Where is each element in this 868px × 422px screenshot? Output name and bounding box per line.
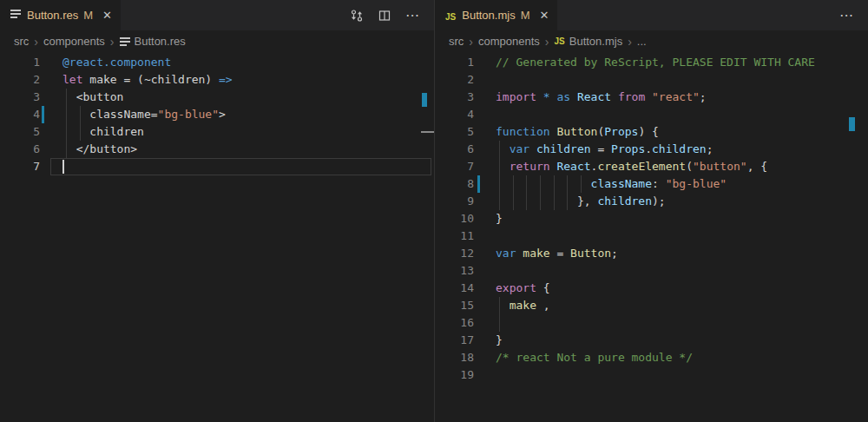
tab-bar: JS Button.mjs M ✕ ⋯ [435, 0, 868, 30]
code-token: children [597, 195, 652, 208]
code-token: var [496, 247, 523, 260]
code-token: => [219, 73, 233, 86]
code-editor[interactable]: 1// Generated by ReScript, PLEASE EDIT W… [435, 52, 868, 422]
breadcrumb-item[interactable]: ... [637, 35, 647, 48]
chevron-right-icon: › [34, 35, 38, 49]
code-token: make [510, 299, 536, 312]
code-token: Props [604, 125, 638, 138]
breadcrumb-item[interactable]: components [478, 35, 540, 48]
code-line[interactable]: 5function Button(Props) { [435, 123, 868, 141]
code-line[interactable]: 17} [435, 332, 868, 349]
modified-badge: M [521, 9, 530, 22]
line-number: 12 [435, 245, 474, 262]
code-text: function Button(Props) { [496, 123, 659, 141]
code-token: make [523, 247, 549, 260]
chevron-right-icon: › [545, 35, 549, 49]
breadcrumb-item[interactable]: components [43, 35, 105, 48]
code-token: React [556, 160, 590, 173]
breadcrumb-item[interactable]: JSButton.mjs [555, 35, 623, 48]
code-token: className= [62, 108, 158, 121]
code-line[interactable]: 6 var children = Props.children; [435, 141, 868, 158]
open-changes-icon[interactable] [350, 9, 364, 23]
code-line[interactable]: 6 </button> [0, 141, 434, 158]
code-line[interactable]: 11 [435, 227, 868, 245]
code-line[interactable]: 8 className: "bg-blue" [435, 175, 868, 193]
line-number: 3 [435, 89, 474, 106]
breadcrumb-label: src [14, 35, 29, 48]
code-line[interactable]: 2 [435, 71, 868, 89]
tab-bar: Button.res M ✕ ⋯ [0, 0, 434, 30]
code-token: from [618, 90, 652, 103]
code-line[interactable]: 4 className="bg-blue"> [0, 106, 434, 123]
overview-ruler-modified-marker [849, 117, 855, 131]
line-number: 1 [435, 54, 474, 71]
more-actions-icon[interactable]: ⋯ [839, 7, 854, 23]
code-line[interactable]: 1@react.component [0, 54, 434, 71]
code-token: . [645, 142, 652, 155]
more-actions-icon[interactable]: ⋯ [405, 7, 420, 23]
code-text: } [496, 332, 503, 349]
code-line[interactable]: 4 [435, 106, 868, 123]
code-text: children [62, 123, 144, 141]
code-line[interactable]: 18/* react Not a pure module */ [435, 349, 868, 366]
code-token: }, [496, 195, 597, 208]
code-line[interactable]: 3import * as React from "react"; [435, 89, 868, 106]
breadcrumb-label: components [43, 35, 105, 48]
code-token: React [577, 90, 618, 103]
code-line[interactable]: 5 children [0, 123, 434, 141]
code-token: children [62, 125, 144, 138]
editor-pane-left: Button.res M ✕ ⋯ src›components›Button.r… [0, 0, 434, 422]
tab-button-res[interactable]: Button.res M ✕ [0, 0, 122, 30]
code-text: export { [496, 280, 550, 297]
close-icon[interactable]: ✕ [540, 10, 549, 21]
code-line[interactable]: 7 return React.createElement("button", { [435, 158, 868, 175]
rescript-file-icon [10, 8, 21, 23]
code-token: createElement [597, 160, 686, 173]
breadcrumb-item[interactable]: Button.res [120, 35, 186, 48]
code-token: @react.component [62, 56, 171, 69]
code-token: <button [62, 90, 123, 103]
code-line[interactable]: 7 [0, 158, 434, 175]
code-line[interactable]: 12var make = Button; [435, 245, 868, 262]
code-token: children [536, 142, 591, 155]
split-editor-icon[interactable] [378, 9, 391, 23]
line-number: 15 [435, 297, 474, 314]
breadcrumb-item[interactable]: src [449, 35, 464, 48]
code-line[interactable]: 15 make , [435, 297, 868, 314]
code-text: }, children); [496, 193, 666, 210]
js-icon: JS [555, 36, 565, 46]
code-token: ); [652, 195, 666, 208]
code-line[interactable]: 16 [435, 314, 868, 332]
code-token [496, 160, 510, 173]
code-line[interactable]: 3 <button [0, 89, 434, 106]
line-number: 4 [0, 106, 40, 123]
code-editor[interactable]: 1@react.component2let make = (~children)… [0, 52, 434, 422]
code-line[interactable]: 19 [435, 366, 868, 384]
indent-guide [499, 314, 500, 332]
code-token: Props [611, 142, 645, 155]
code-text: className: "bg-blue" [496, 175, 727, 193]
code-token: { [543, 281, 550, 294]
line-number: 10 [435, 210, 474, 227]
code-line[interactable]: 2let make = (~children) => [0, 71, 434, 89]
code-line[interactable]: 14export { [435, 280, 868, 297]
close-icon[interactable]: ✕ [102, 10, 112, 21]
code-token: function [496, 125, 556, 138]
rescript-file-icon [120, 36, 130, 48]
code-line[interactable]: 9 }, children); [435, 193, 868, 210]
code-text: @react.component [62, 54, 171, 71]
code-text: </button> [62, 141, 137, 158]
breadcrumb-item[interactable]: src [14, 35, 29, 48]
line-number: 5 [0, 123, 40, 141]
line-number: 7 [435, 158, 474, 175]
code-text: <button [62, 89, 123, 106]
breadcrumb-label: Button.mjs [569, 35, 622, 48]
code-line[interactable]: 1// Generated by ReScript, PLEASE EDIT W… [435, 54, 868, 71]
code-line[interactable]: 13 [435, 262, 868, 280]
breadcrumb: src›components›JSButton.mjs›... [435, 30, 868, 52]
javascript-file-icon: JS [445, 8, 456, 23]
tab-button-mjs[interactable]: JS Button.mjs M ✕ [435, 0, 558, 30]
code-token: export [496, 281, 543, 294]
line-number: 14 [435, 280, 474, 297]
code-line[interactable]: 10} [435, 210, 868, 227]
